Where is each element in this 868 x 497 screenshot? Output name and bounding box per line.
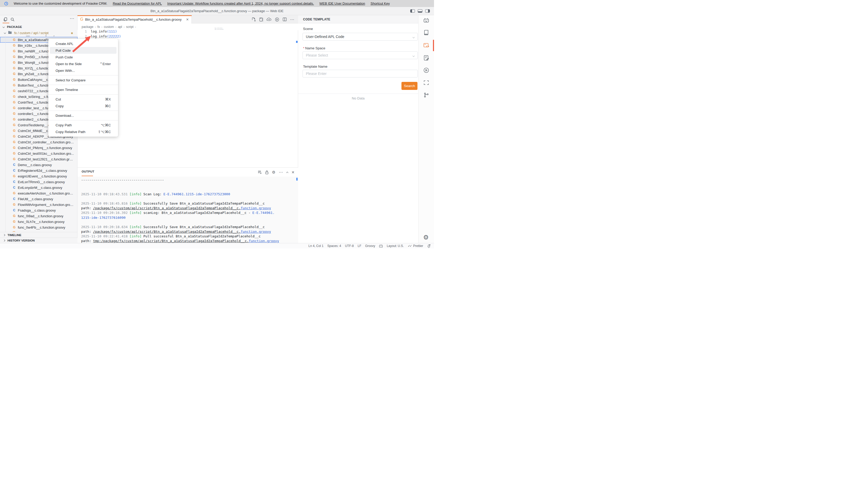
cursor-position[interactable]: Ln 4, Col 1 bbox=[309, 244, 324, 248]
eol-sequence[interactable]: LF bbox=[357, 244, 361, 248]
breadcrumb-item[interactable]: fx bbox=[97, 25, 100, 29]
run-play-icon[interactable] bbox=[423, 67, 429, 73]
template-name-input[interactable]: Please Enter bbox=[302, 70, 418, 77]
tree-file-row[interactable]: C ErRegisterxr62d__c.class.groovy bbox=[0, 168, 77, 173]
tree-file-row[interactable]: G func_0Lh7e__c.function.groovy bbox=[0, 219, 77, 225]
context-menu-item[interactable]: Open to the Side ⌃Enter bbox=[50, 60, 116, 67]
cloud-upload-icon[interactable] bbox=[267, 17, 271, 22]
docs-book-icon[interactable] bbox=[423, 30, 429, 36]
encoding[interactable]: UTF-8 bbox=[345, 244, 354, 248]
context-menu-item[interactable]: Open With... bbox=[50, 67, 116, 74]
log-path[interactable]: /package/fx/custom/apl/script/Btn_a_a1aS… bbox=[93, 206, 241, 210]
tree-file-row[interactable]: C EvtLsnTRmnG__c.class.groovy bbox=[0, 179, 77, 185]
notebook-icon[interactable] bbox=[259, 17, 263, 22]
breadcrumb-item[interactable]: apl bbox=[118, 25, 122, 29]
maximize-panel-icon[interactable] bbox=[286, 171, 288, 174]
git-branch-icon[interactable] bbox=[423, 92, 429, 98]
panel-divider bbox=[298, 94, 418, 94]
context-menu-item[interactable]: Copy ⌘C bbox=[50, 102, 116, 109]
code-editor[interactable]: 1 log.info(111) 2 log.info(22222) bbox=[77, 29, 298, 39]
context-menu-item[interactable]: Open Timeline bbox=[50, 86, 116, 93]
banner-link-important-update[interactable]: Important Update: Workflow functions cre… bbox=[167, 2, 314, 5]
file-type-icon: G bbox=[12, 123, 16, 127]
tree-file-row[interactable]: G CstmCtrl_test001kc__c.function.gro... bbox=[0, 151, 77, 156]
settings-gear-icon[interactable]: ⚙ bbox=[423, 234, 429, 241]
banner-link-shortcut-key[interactable]: Shortcut Key bbox=[370, 2, 389, 5]
prettier-status[interactable]: ✓✓Prettier bbox=[408, 244, 423, 248]
tree-folder-row[interactable]: fx / custom / apl / script bbox=[0, 30, 77, 36]
breadcrumb-item[interactable]: custom bbox=[104, 25, 114, 29]
log-link[interactable]: E-E.744961.1215-ide-1762737523000 bbox=[163, 192, 230, 196]
tree-file-row[interactable]: C Demo__c.class.groovy bbox=[0, 162, 77, 168]
log-path-ext[interactable]: function.groovy bbox=[241, 230, 271, 233]
lock-icon[interactable] bbox=[265, 170, 269, 174]
tree-file-row[interactable]: G CstmCtrl_PMzmj__c.function.groovy bbox=[0, 145, 77, 151]
fullscreen-icon[interactable] bbox=[423, 80, 429, 86]
notifications-bell-icon[interactable] bbox=[427, 244, 431, 248]
explorer-files-icon[interactable] bbox=[3, 17, 8, 23]
context-menu-item[interactable]: Copy Relative Path ⇧⌥⌘C bbox=[50, 128, 116, 135]
log-path[interactable]: /package/fx/custom/apl/script/Btn_a_a1aS… bbox=[93, 230, 241, 233]
namespace-select[interactable]: Please Select bbox=[302, 52, 418, 59]
tab-close-icon[interactable]: ✕ bbox=[186, 17, 189, 22]
tree-file-row[interactable]: G FlowWithArgument__c.function.groovy bbox=[0, 202, 77, 208]
status-robot-icon[interactable] bbox=[379, 244, 383, 248]
toggle-left-panel-icon[interactable] bbox=[410, 9, 415, 13]
output-active-underline bbox=[82, 176, 93, 176]
context-menu-item[interactable]: Download... bbox=[50, 112, 116, 119]
context-menu-item[interactable]: Push Code bbox=[50, 54, 116, 60]
sidebar-toolbar: ⋯ bbox=[0, 15, 77, 24]
history-version-section-header[interactable]: HISTORY VERSION bbox=[0, 238, 77, 243]
log-path-ext[interactable]: function.groovy bbox=[249, 239, 279, 243]
sidebar-more-actions-icon[interactable]: ⋯ bbox=[70, 16, 74, 21]
log-link[interactable]: 1215-ide-1762737616090 bbox=[81, 216, 126, 219]
context-menu-item[interactable]: Create APL bbox=[50, 40, 116, 47]
tree-file-row[interactable]: G CstmCtrl_test12921__c.function.gro... bbox=[0, 156, 77, 162]
more-actions-icon[interactable]: ⋯ bbox=[290, 17, 295, 22]
tree-file-row[interactable]: G CstmCtrl_controller__c.function.groo..… bbox=[0, 139, 77, 145]
output-log[interactable]: ----------------------------------------… bbox=[77, 177, 298, 243]
search-button[interactable]: Search bbox=[401, 82, 417, 90]
scrollbar-thumb[interactable] bbox=[296, 178, 298, 181]
context-menu-item[interactable]: Pull Code bbox=[50, 47, 116, 54]
tree-file-row[interactable]: C EvtLsnydzrM__c.class.groovy bbox=[0, 185, 77, 190]
log-path-ext[interactable]: function.groovy bbox=[241, 206, 271, 210]
tree-file-row[interactable]: G esignUIEvent__c.function.groovy bbox=[0, 173, 77, 179]
language-mode[interactable]: Groovy bbox=[365, 244, 375, 248]
keyboard-layout[interactable]: Layout: U.S. bbox=[387, 244, 404, 248]
split-editor-icon[interactable] bbox=[283, 17, 287, 22]
breadcrumb-item[interactable]: script bbox=[126, 25, 133, 29]
tree-file-row[interactable]: G func_0i9ad__c.function.groovy bbox=[0, 213, 77, 219]
search-icon[interactable] bbox=[10, 17, 15, 23]
tree-file-row[interactable]: G func_0w4Fb__c.function.groovy bbox=[0, 225, 77, 230]
form-edit-icon[interactable] bbox=[423, 55, 429, 61]
new-file-icon[interactable] bbox=[251, 17, 256, 22]
context-menu-item[interactable]: Select for Compare bbox=[50, 77, 116, 83]
code-template-icon[interactable] bbox=[423, 42, 430, 49]
package-section-header[interactable]: PACKAGE bbox=[0, 24, 77, 29]
assistant-robot-icon[interactable] bbox=[423, 17, 429, 24]
breadcrumb-item[interactable]: package bbox=[82, 25, 93, 29]
clear-output-icon[interactable] bbox=[258, 170, 262, 174]
editor-tab[interactable]: G Btn_a_a1aStatusaFlagaId2aTempaPlacehol… bbox=[77, 15, 192, 24]
file-name: func_0w4Fb__c.function.groovy bbox=[18, 226, 65, 229]
log-path[interactable]: tmp:/package/fx/custom/apl/script/Btn_a_… bbox=[93, 239, 249, 243]
context-menu-item[interactable]: Copy Path ⌥⌘C bbox=[50, 122, 116, 128]
timeline-section-header[interactable]: TIMELINE bbox=[0, 232, 77, 238]
tree-file-row[interactable]: G executeAlertAction__c.function.groovy bbox=[0, 190, 77, 196]
output-settings-gear-icon[interactable]: ⚙ bbox=[272, 170, 275, 175]
output-more-icon[interactable]: ⋯ bbox=[279, 170, 283, 175]
banner-link-apl-docs[interactable]: Read the Documentation for APL bbox=[113, 2, 162, 5]
tree-file-row[interactable]: C Fsadsga__c.class.groovy bbox=[0, 208, 77, 213]
indentation[interactable]: Spaces: 4 bbox=[327, 244, 341, 248]
output-tab-label[interactable]: OUTPUT bbox=[82, 170, 94, 173]
close-panel-icon[interactable]: ✕ bbox=[291, 170, 295, 174]
banner-link-webide-docs[interactable]: WEB IDE User Documentation bbox=[319, 2, 365, 5]
log-link[interactable]: E-E.744961. bbox=[252, 211, 275, 215]
toggle-bottom-panel-icon[interactable] bbox=[418, 9, 422, 13]
run-code-icon[interactable] bbox=[275, 17, 279, 22]
scene-select[interactable]: User-Defined APL Code bbox=[302, 33, 418, 41]
toggle-right-panel-icon[interactable] bbox=[425, 9, 430, 13]
context-menu-item[interactable]: Cut ⌘X bbox=[50, 96, 116, 102]
tree-file-row[interactable]: C FileUtil__c.class.groovy bbox=[0, 196, 77, 202]
